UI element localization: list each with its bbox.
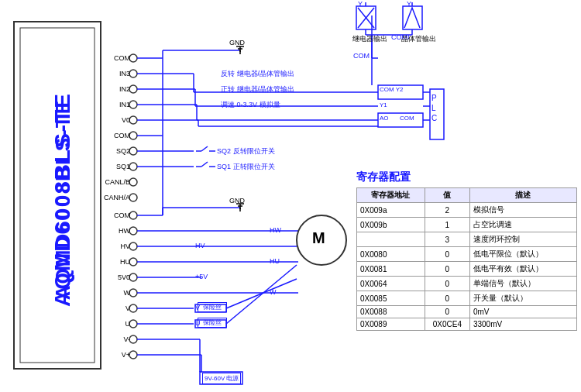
terminal-u: U	[104, 320, 130, 328]
cell-desc: 3300mV	[469, 318, 576, 331]
cell-addr: 0X009a	[357, 203, 425, 218]
hv-motor-label: HV	[195, 242, 205, 249]
motor-m-label: M	[312, 229, 325, 247]
table-row: 0X009b1占空比调速	[357, 218, 577, 232]
terminal-com-2: COM	[104, 132, 130, 139]
terminal-v0: V0	[104, 116, 130, 124]
terminal-in3: IN3	[104, 70, 130, 77]
sq2-label: SQ2 反转限位开关	[217, 146, 275, 156]
terminal-in1: IN1	[104, 101, 130, 108]
svg-point-3	[129, 70, 137, 77]
cell-val: 0	[425, 306, 469, 318]
svg-point-11	[129, 194, 137, 201]
svg-rect-56	[356, 6, 376, 29]
cell-addr	[357, 232, 425, 247]
y-label-2: Y	[407, 0, 411, 8]
svg-line-34	[201, 162, 208, 167]
cell-desc: 模拟信号	[469, 203, 576, 218]
terminal-vplus: V+	[104, 351, 130, 359]
cell-desc: 0mV	[469, 306, 576, 318]
gnd-label-1: GND	[229, 39, 245, 46]
svg-point-7	[129, 132, 137, 139]
top-com-label: COM	[353, 52, 370, 60]
cell-val: 0X0CE4	[425, 318, 469, 331]
power-label: 9V-60V 电源	[202, 373, 241, 384]
col-header-desc: 描述	[469, 188, 576, 203]
svg-point-15	[129, 258, 137, 266]
register-title: 寄存器配置	[356, 170, 577, 184]
cell-val: 0	[425, 262, 469, 277]
cell-val: 0	[425, 291, 469, 306]
plus5v-label: +5V	[195, 273, 208, 280]
com-ao-label: COM	[400, 115, 414, 122]
cell-desc: 单端信号（默认）	[469, 277, 576, 291]
svg-rect-59	[403, 6, 422, 29]
table-row: 0X00850开关量（默认）	[357, 291, 577, 306]
svg-point-18	[129, 304, 137, 312]
svg-point-9	[129, 163, 137, 170]
gnd-label-2: GND	[229, 197, 245, 205]
device-label-text: AQMD6008BLS-TE	[22, 31, 104, 369]
col-header-addr: 寄存器地址	[357, 188, 425, 203]
terminal-sq1: SQ1	[104, 163, 130, 170]
forward-relay-label: 正转 继电器/晶体管输出	[221, 84, 294, 95]
register-table: 寄存器地址 值 描述 0X009a2模拟信号0X009b1占空比调速3速度闭环控…	[356, 187, 577, 331]
terminal-in2: IN2	[104, 85, 130, 93]
table-row: 0X00810低电平有效（默认）	[357, 262, 577, 277]
svg-point-8	[129, 147, 137, 155]
svg-point-13	[129, 227, 137, 235]
svg-line-90	[226, 265, 297, 324]
terminal-w: W	[104, 289, 130, 297]
table-row: 0X009a2模拟信号	[357, 203, 577, 218]
fuse-u-label: 保险丝	[198, 318, 227, 328]
transistor-output-label: 晶体管输出	[401, 34, 436, 44]
table-row: 0X008800mV	[357, 306, 577, 318]
svg-point-4	[129, 85, 137, 93]
cell-val: 0	[425, 247, 469, 262]
svg-line-57	[358, 8, 374, 28]
table-row: 0X00800低电平限位（默认）	[357, 247, 577, 262]
sq1-label: SQ1 正转限位开关	[217, 162, 275, 172]
svg-point-5	[129, 101, 137, 108]
terminal-com-3: COM	[104, 211, 130, 219]
svg-line-31	[201, 146, 208, 151]
cell-desc: 开关量（默认）	[469, 291, 576, 306]
ao-label: AO	[380, 115, 389, 122]
plc-label: PLC	[431, 93, 437, 123]
register-table-container: 寄存器配置 寄存器地址 值 描述 0X009a2模拟信号0X009b1占空比调速…	[356, 170, 577, 331]
cell-addr: 0X0064	[357, 277, 425, 291]
terminal-hu: HU	[104, 258, 130, 266]
cell-addr: 0X0081	[357, 262, 425, 277]
cell-val: 0	[425, 277, 469, 291]
reverse-relay-label: 反转 继电器/晶体管输出	[221, 69, 294, 79]
table-row: 3速度闭环控制	[357, 232, 577, 247]
relay-output-label: 继电器输出	[352, 34, 387, 44]
hu-motor-label: HU	[270, 257, 280, 265]
terminal-hv: HV	[104, 242, 130, 250]
com-y2-label: COM Y2	[380, 86, 404, 93]
svg-point-17	[129, 289, 137, 297]
svg-point-21	[129, 351, 137, 359]
svg-point-2	[129, 54, 137, 62]
cell-addr: 0X0088	[357, 306, 425, 318]
svg-point-19	[129, 320, 137, 328]
terminal-sq2: SQ2	[104, 147, 130, 155]
fuse-v-label: 保险丝	[198, 302, 227, 312]
svg-line-58	[358, 8, 374, 28]
table-row: 0X00640单端信号（默认）	[357, 277, 577, 291]
cell-addr: 0X0089	[357, 318, 425, 331]
diagram-container: AQMD6008BLS-TE AQMD6008BLS-TE COM IN3 IN…	[0, 0, 581, 392]
w-motor-label: W	[270, 288, 277, 296]
cell-desc: 速度闭环控制	[469, 232, 576, 247]
cell-addr: 0X0085	[357, 291, 425, 306]
cell-val: 2	[425, 203, 469, 218]
cell-desc: 低电平限位（默认）	[469, 247, 576, 262]
terminal-vminus: V-	[104, 335, 130, 343]
hw-motor-label: HW	[270, 226, 281, 234]
svg-point-14	[129, 242, 137, 250]
cell-desc: 低电平有效（默认）	[469, 262, 576, 277]
svg-line-89	[226, 279, 297, 308]
cell-desc: 占空比调速	[469, 218, 576, 232]
terminal-v: V	[104, 304, 130, 312]
y-label-1: Y	[358, 0, 363, 8]
